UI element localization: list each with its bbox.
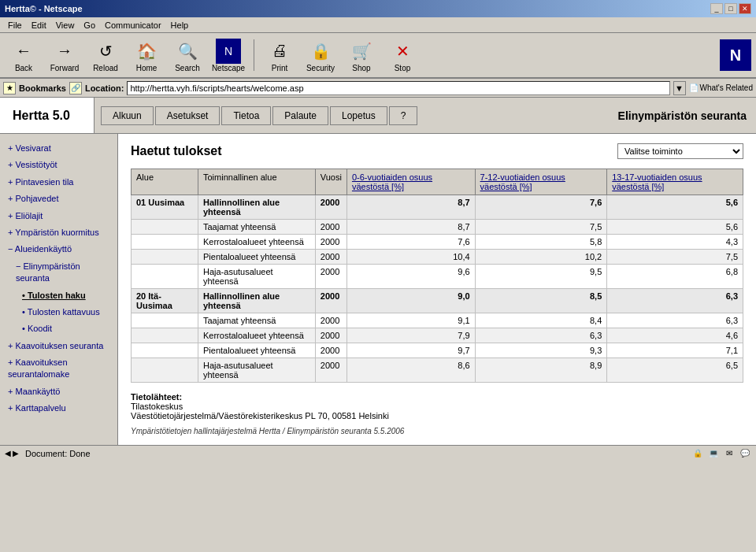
table-row: Taajamat yhteensä20008,77,55,6 [132,220,743,235]
app-header: Hertta 5.0 Alkuun Asetukset Tietoa Palau… [0,98,756,134]
maximize-button[interactable]: □ [724,3,737,14]
cell-col3: 5,6 [607,195,743,220]
cell-toiminnallinen: Taajamat yhteensä [198,313,315,328]
sidebar-item-kaavoituksen-seurantalomake[interactable]: + Kaavoituksen seurantalomake [5,354,113,383]
nav-left[interactable]: ◀ [5,449,11,458]
menu-bar: File Edit View Go Communicator Help [0,17,756,33]
table-row: 01 UusimaaHallinnollinen alue yhteensä20… [132,195,743,220]
cell-col3: 6,8 [607,265,743,289]
col-header-col1: 0-6-vuotiaiden osuus väestöstä [%] [346,169,475,195]
col3-link[interactable]: 13-17-vuotiaiden osuus väestöstä [%] [612,172,702,191]
cell-vuosi: 2000 [315,195,346,220]
sidebar-item-alueidenkaytt[interactable]: − Alueidenkäyttö [5,241,113,257]
col1-link[interactable]: 0-6-vuotiaiden osuus väestöstä [%] [352,172,432,191]
sidebar-item-koodit[interactable]: • Koodit [5,320,113,337]
url-input[interactable] [127,81,669,95]
close-button[interactable]: ✕ [739,3,751,14]
main-content: Haetut tulokset Valitse toiminto Alue To… [118,134,756,445]
tab-lopetus[interactable]: Lopetus [330,106,387,125]
action-dropdown-container: Valitse toiminto [617,143,743,159]
netscape-button[interactable]: N Netscape [209,37,247,74]
table-row: Kerrostaloalueet yhteensä20007,65,84,3 [132,235,743,250]
sidebar-item-vesistotyot[interactable]: + Vesistötyöt [5,157,113,173]
menu-view[interactable]: View [51,19,80,31]
cell-col1: 9,0 [346,289,475,313]
cell-col2: 8,5 [475,289,607,313]
connection-icon: 💻 [707,447,720,460]
sidebar-item-tulosten-haku[interactable]: • Tulosten haku [5,287,113,304]
sidebar-item-maankaytto[interactable]: + Maankäyttö [5,383,113,400]
section-title: Elinympäristön seuranta [618,109,756,122]
cell-alue [132,328,198,343]
stop-button[interactable]: ✕ Stop [384,37,421,74]
cell-alue [132,265,198,289]
minimize-button[interactable]: _ [710,3,723,14]
netscape-label: Netscape [212,64,245,72]
cell-vuosi: 2000 [315,265,346,289]
search-icon: 🔍 [175,39,200,64]
back-button[interactable]: ← Back [5,37,43,74]
sidebar-item-pohjavedet[interactable]: + Pohjavedet [5,191,113,207]
cell-vuosi: 2000 [315,289,346,313]
whats-related-button[interactable]: 📄 What's Related [689,83,754,92]
sidebar: + Vesivarat + Vesistötyöt + Pintavesien … [0,134,118,445]
tab-asetukset[interactable]: Asetukset [155,106,220,125]
cell-col2: 8,9 [475,358,607,383]
col2-link[interactable]: 7-12-vuotiaiden osuus väestöstä [%] [480,172,565,191]
cell-col2: 9,5 [475,265,607,289]
content-header: Haetut tulokset Valitse toiminto [131,143,743,159]
home-button[interactable]: 🏠 Home [128,37,165,74]
footer-line1: Tilastokeskus [131,402,743,411]
sidebar-item-elinympariston[interactable]: − Elinympäristön seuranta [5,258,113,287]
shop-button[interactable]: 🛒 Shop [343,37,380,74]
sidebar-item-ympariston[interactable]: + Ympäristön kuormitus [5,224,113,241]
sidebar-item-tulosten-kattavuus[interactable]: • Tulosten kattavuus [5,304,113,320]
menu-help[interactable]: Help [166,19,194,31]
cell-alue: 01 Uusimaa [132,195,198,220]
url-dropdown-button[interactable]: ▼ [673,81,686,95]
search-label: Search [175,64,200,72]
cell-alue [132,358,198,383]
sidebar-item-eliolajit[interactable]: + Eliölajit [5,208,113,224]
menu-file[interactable]: File [3,19,27,31]
menu-communicator[interactable]: Communicator [100,19,166,31]
cell-col2: 7,5 [475,220,607,235]
nav-right[interactable]: ▶ [13,449,19,458]
window-title: Hertta© - Netscape [5,4,83,13]
sidebar-item-vesivarat[interactable]: + Vesivarat [5,140,113,157]
stop-label: Stop [395,64,411,72]
home-label: Home [136,64,158,72]
action-select[interactable]: Valitse toiminto [617,143,743,159]
tab-help[interactable]: ? [389,106,418,125]
whats-related-icon: 📄 [689,83,699,92]
table-row: Pientaloalueet yhteensä200010,410,27,5 [132,250,743,265]
nav-arrows: ◀ ▶ [5,449,19,458]
menu-go[interactable]: Go [79,19,100,31]
sidebar-item-kaavoituksen-seuranta[interactable]: + Kaavoituksen seuranta [5,338,113,354]
address-bar: ★ Bookmarks 🔗 Location: ▼ 📄 What's Relat… [0,79,756,98]
print-icon: 🖨 [267,39,292,64]
sidebar-item-karttapalvelu[interactable]: + Karttapalvelu [5,400,113,417]
security-button[interactable]: 🔒 Security [302,37,339,74]
print-button[interactable]: 🖨 Print [261,37,298,74]
cell-vuosi: 2000 [315,358,346,383]
footer-title: Tietolähteet: [131,392,743,402]
netscape-icon: N [216,39,241,64]
footer-line2: Väestötietojärjestelmä/Väestörekisterike… [131,411,743,420]
tab-alkuun[interactable]: Alkuun [101,106,154,125]
tab-tietoa[interactable]: Tietoa [221,106,271,125]
search-button[interactable]: 🔍 Search [169,37,206,74]
cell-alue: 20 Itä-Uusimaa [132,289,198,313]
bookmarks-label: Bookmarks [19,83,66,93]
location-label: Location: [85,83,124,93]
tab-palaute[interactable]: Palaute [272,106,328,125]
cell-col3: 6,3 [607,313,743,328]
forward-button[interactable]: → Forward [46,37,83,74]
cell-alue [132,250,198,265]
sidebar-item-pintavesien[interactable]: + Pintavesien tila [5,174,113,191]
reload-button[interactable]: ↺ Reload [87,37,124,74]
cell-toiminnallinen: Pientaloalueet yhteensä [198,250,315,265]
table-row: Taajamat yhteensä20009,18,46,3 [132,313,743,328]
menu-edit[interactable]: Edit [27,19,51,31]
reload-icon: ↺ [93,39,118,64]
